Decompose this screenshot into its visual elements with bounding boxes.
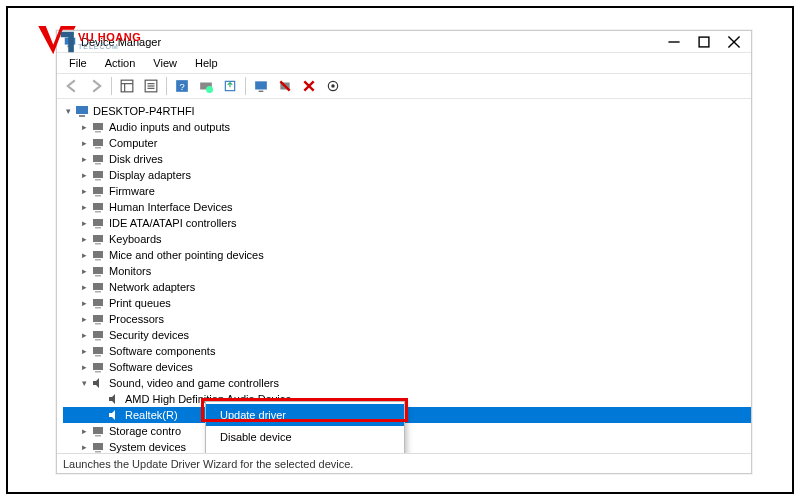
tree-category[interactable]: ▸Human Interface Devices (63, 199, 751, 215)
expand-icon[interactable]: ▸ (79, 199, 90, 215)
tree-category-label: Keyboards (109, 231, 162, 247)
svg-rect-28 (93, 123, 103, 130)
scan-hardware-button[interactable] (195, 75, 217, 97)
svg-rect-31 (95, 147, 101, 149)
tree-category-label: Human Interface Devices (109, 199, 233, 215)
tree-category-label: Mice and other pointing devices (109, 247, 264, 263)
tree-category[interactable]: ▸Mice and other pointing devices (63, 247, 751, 263)
expand-icon[interactable]: ▸ (79, 343, 90, 359)
menu-action[interactable]: Action (97, 55, 144, 71)
toolbar: ? (57, 73, 751, 99)
expand-icon[interactable]: ▸ (79, 215, 90, 231)
tree-category[interactable]: ▸Processors (63, 311, 751, 327)
expand-icon[interactable]: ▸ (79, 231, 90, 247)
uninstall-button[interactable] (274, 75, 296, 97)
svg-rect-41 (95, 227, 101, 229)
expand-icon[interactable]: ▸ (79, 423, 90, 439)
svg-rect-63 (95, 451, 101, 453)
menu-help[interactable]: Help (187, 55, 226, 71)
tree-category-label: Computer (109, 135, 157, 151)
sound-icon (106, 392, 122, 406)
tree-category[interactable]: ▸Audio inputs and outputs (63, 119, 751, 135)
svg-rect-60 (93, 427, 103, 434)
show-hidden-button[interactable] (116, 75, 138, 97)
brand-logo-mark (38, 26, 76, 56)
tree-category[interactable]: ▸Security devices (63, 327, 751, 343)
properties-button[interactable] (140, 75, 162, 97)
expand-icon[interactable]: ▸ (79, 359, 90, 375)
svg-rect-6 (121, 80, 133, 92)
svg-rect-46 (93, 267, 103, 274)
tree-category[interactable]: ▸Storage contro (63, 423, 751, 439)
svg-rect-49 (95, 291, 101, 293)
tree-device-amd-audio[interactable]: AMD High Definition Audio Device (63, 391, 751, 407)
tree-category[interactable]: ▸Monitors (63, 263, 751, 279)
device-tree[interactable]: ▾ DESKTOP-P4RTHFI ▸Audio inputs and outp… (57, 99, 751, 453)
context-menu-item[interactable]: Update driver (206, 404, 404, 426)
device-manager-window: Device Manager File Action View Help (56, 30, 752, 474)
help-button[interactable]: ? (171, 75, 193, 97)
device-category-icon (90, 232, 106, 246)
device-category-icon (90, 312, 106, 326)
expand-icon[interactable]: ▸ (79, 327, 90, 343)
expand-icon[interactable]: ▸ (79, 279, 90, 295)
status-text: Launches the Update Driver Wizard for th… (63, 458, 353, 470)
monitor-button[interactable] (250, 75, 272, 97)
tree-category-label: System devices (109, 439, 186, 453)
tree-category-label: Display adapters (109, 167, 191, 183)
tree-category[interactable]: ▸System devices (63, 439, 751, 453)
device-category-icon (90, 360, 106, 374)
svg-rect-45 (95, 259, 101, 261)
svg-point-16 (206, 86, 213, 93)
expand-icon[interactable]: ▸ (79, 135, 90, 151)
back-button[interactable] (61, 75, 83, 97)
expand-icon[interactable]: ▸ (79, 295, 90, 311)
expand-icon[interactable]: ▸ (79, 263, 90, 279)
expand-icon[interactable]: ▸ (79, 247, 90, 263)
device-category-icon (90, 328, 106, 342)
device-category-icon (90, 200, 106, 214)
tree-device-realtek[interactable]: Realtek(R) (63, 407, 751, 423)
collapse-icon[interactable]: ▾ (63, 103, 74, 119)
tree-category[interactable]: ▸Computer (63, 135, 751, 151)
context-menu-item[interactable]: Disable device (206, 426, 404, 448)
svg-point-25 (331, 84, 335, 88)
svg-text:?: ? (179, 82, 184, 92)
tree-category[interactable]: ▸Firmware (63, 183, 751, 199)
tree-category[interactable]: ▸Disk drives (63, 151, 751, 167)
enable-button[interactable] (322, 75, 344, 97)
expand-icon[interactable]: ▸ (79, 183, 90, 199)
tree-category[interactable]: ▸Software devices (63, 359, 751, 375)
tree-category[interactable]: ▸Keyboards (63, 231, 751, 247)
tree-category[interactable]: ▸Software components (63, 343, 751, 359)
expand-icon[interactable]: ▸ (79, 439, 90, 453)
context-menu-item[interactable]: Uninstall device (206, 448, 404, 453)
forward-button[interactable] (85, 75, 107, 97)
menu-view[interactable]: View (145, 55, 185, 71)
disable-button[interactable] (298, 75, 320, 97)
svg-rect-35 (95, 179, 101, 181)
collapse-icon[interactable]: ▾ (79, 375, 90, 391)
device-category-icon (90, 424, 106, 438)
tree-category-label: Processors (109, 311, 164, 327)
tree-category-sound[interactable]: ▾ Sound, video and game controllers (63, 375, 751, 391)
update-driver-button[interactable] (219, 75, 241, 97)
expand-icon[interactable]: ▸ (79, 311, 90, 327)
tree-category[interactable]: ▸Network adapters (63, 279, 751, 295)
expand-icon[interactable]: ▸ (79, 119, 90, 135)
maximize-button[interactable] (689, 32, 719, 52)
device-category-icon (90, 168, 106, 182)
minimize-button[interactable] (659, 32, 689, 52)
tree-root[interactable]: ▾ DESKTOP-P4RTHFI (63, 103, 751, 119)
expand-icon[interactable]: ▸ (79, 167, 90, 183)
expand-icon[interactable]: ▸ (79, 151, 90, 167)
tree-category-label: Software components (109, 343, 215, 359)
svg-rect-30 (93, 139, 103, 146)
tree-category-label: Disk drives (109, 151, 163, 167)
tree-category[interactable]: ▸IDE ATA/ATAPI controllers (63, 215, 751, 231)
tree-category[interactable]: ▸Display adapters (63, 167, 751, 183)
tree-category[interactable]: ▸Print queues (63, 295, 751, 311)
menu-file[interactable]: File (61, 55, 95, 71)
close-button[interactable] (719, 32, 749, 52)
svg-rect-26 (76, 106, 88, 114)
